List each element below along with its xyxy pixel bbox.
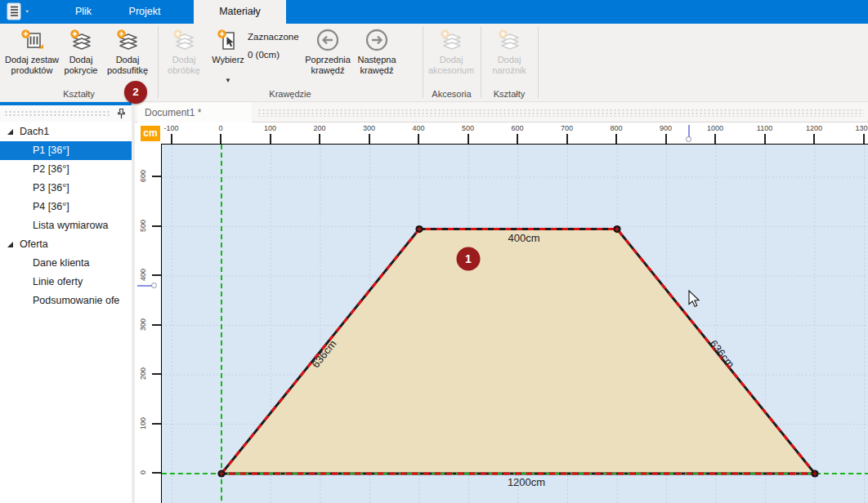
ruler-tick — [517, 134, 518, 144]
pin-icon[interactable] — [116, 108, 127, 120]
button-label: Następna krawędź — [352, 55, 401, 75]
ruler-tick — [152, 274, 161, 276]
ruler-tick-label: 0 — [206, 124, 235, 132]
group-label-ksztalty-2: Kształty — [481, 87, 538, 100]
vertex-handle[interactable] — [415, 225, 423, 233]
tree-item[interactable]: Dach1 — [0, 122, 132, 141]
ruler-tick — [714, 134, 716, 144]
tree-item-label: Dach1 — [20, 122, 49, 141]
button-label: Wybierz — [209, 55, 247, 65]
ruler-cursor-indicator — [137, 285, 152, 287]
horizontal-ruler: -100010020030040050060070080090010001100… — [161, 123, 868, 144]
tree-item[interactable]: Oferta — [0, 235, 132, 254]
ruler-cursor-indicator — [151, 283, 157, 288]
ruler-tick-label: 100 — [256, 124, 285, 132]
tree-item[interactable]: Lista wymiarowa — [0, 216, 132, 235]
button-label: Dodaj obróbkę — [160, 55, 208, 75]
ruler-tick — [152, 472, 161, 474]
add-corner-button: Dodaj narożnik — [484, 26, 535, 87]
tree-item-label: Linie oferty — [33, 273, 83, 292]
app-menu-button[interactable] — [6, 2, 34, 21]
previous-edge-button[interactable]: Poprzednia krawędź — [303, 26, 352, 87]
ruler-tick-label: 700 — [553, 124, 582, 132]
tree-item[interactable]: Linie oferty — [0, 273, 132, 292]
sheets-icon — [497, 28, 521, 52]
tree-item[interactable]: P4 [36°] — [0, 198, 132, 216]
tree-item[interactable]: Podsumowanie ofe — [0, 292, 132, 310]
tree-expand-icon[interactable] — [7, 242, 13, 247]
ruler-tick — [270, 134, 271, 144]
ruler-tick-label: 500 — [454, 124, 483, 132]
ruler-tick — [319, 134, 320, 144]
vertical-ruler: 0100200300400500600 — [135, 144, 161, 503]
tree-item-label: P2 [36°] — [33, 160, 69, 179]
tree-item-label: P1 [36°] — [33, 141, 69, 160]
ruler-tick — [220, 134, 221, 144]
ruler-tick-label: -100 — [161, 124, 186, 132]
ruler-tick-label: 200 — [305, 124, 334, 132]
drawing-canvas[interactable]: 400cm1200cm636cm636cm1 — [161, 144, 868, 503]
sheets-icon — [115, 28, 140, 52]
title-bar: Plik Projekt Materiały — [0, 0, 868, 24]
button-label: Dodaj pokrycie — [63, 55, 99, 75]
tree-item-label: Lista wymiarowa — [33, 216, 108, 235]
tree-item[interactable]: Dane klienta — [0, 254, 132, 273]
ruler-tick-label: 1200 — [799, 124, 829, 132]
ruler-tick — [813, 134, 815, 144]
canvas-svg: 400cm1200cm636cm636cm1 — [162, 145, 868, 503]
button-label: Dodaj zestaw produktów — [2, 55, 62, 75]
ruler-tick — [152, 225, 161, 227]
tab-strip-texture — [257, 109, 864, 117]
add-product-set-button[interactable]: Dodaj zestaw produktów — [2, 26, 62, 87]
ruler-tick-label: 600 — [503, 124, 532, 132]
add-accessory-button: Dodaj akcesorium — [424, 26, 478, 87]
select-button[interactable]: Wybierz ▼ — [209, 26, 247, 87]
tree-expand-icon[interactable] — [7, 129, 13, 135]
ruler-tick — [468, 134, 469, 144]
add-covering-button[interactable]: Dodaj pokrycie — [63, 26, 99, 87]
sidebar-drag-header[interactable] — [0, 105, 132, 122]
dimension-label: 400cm — [508, 232, 539, 244]
button-label: Poprzednia krawędź — [303, 55, 352, 75]
vertex-handle[interactable] — [811, 470, 818, 477]
ruler-tick-label: 400 — [139, 263, 148, 287]
project-tree: Dach1P1 [36°]P2 [36°]P3 [36°]P4 [36°]Lis… — [0, 122, 132, 498]
document-tab[interactable]: Document1 * — [137, 103, 252, 122]
ruler-tick — [566, 134, 568, 144]
add-soffit-button[interactable]: Dodaj podsufitkę — [100, 26, 155, 87]
dimension-label: 1200cm — [508, 476, 545, 488]
ruler-tick — [665, 134, 667, 144]
ruler-tick — [152, 176, 161, 177]
ruler-tick-label: 900 — [651, 124, 681, 132]
tab-materialy[interactable]: Materiały — [194, 0, 286, 24]
app-menu-icon — [6, 2, 34, 21]
ruler-tick-label: 1300 — [849, 124, 868, 132]
tree-item[interactable]: P2 [36°] — [0, 160, 132, 179]
ruler-tick — [863, 134, 865, 144]
button-label: Dodaj narożnik — [484, 55, 535, 75]
vertex-handle[interactable] — [613, 225, 620, 233]
vertex-handle[interactable] — [217, 470, 225, 477]
select-cursor-icon — [216, 28, 240, 52]
document-tab-strip: Document1 * — [135, 102, 868, 122]
ruler-tick-label: 1100 — [750, 124, 780, 132]
ruler-tick-label: 0 — [139, 461, 148, 485]
ruler-tick-label: 500 — [139, 213, 148, 238]
app-window: Plik Projekt Materiały Dodaj zestaw prod… — [0, 0, 868, 503]
ruler-tick — [369, 134, 370, 144]
sheets-icon — [439, 28, 463, 52]
sheets-icon — [69, 28, 93, 52]
tree-item[interactable]: P3 [36°] — [0, 179, 132, 198]
tab-plik[interactable]: Plik — [62, 0, 105, 24]
tree-item[interactable]: P1 [36°] — [0, 141, 132, 160]
selected-count: 0 (0cm) — [248, 50, 280, 60]
tab-projekt[interactable]: Projekt — [114, 0, 175, 24]
ruler-tick-label: 300 — [139, 312, 148, 336]
tree-item-label: Dane klienta — [33, 254, 90, 273]
ruler-tick-label: 200 — [139, 362, 148, 386]
ruler-row: cm -100010020030040050060070080090010001… — [135, 123, 868, 144]
ruler-tick — [418, 134, 419, 144]
grip-dots — [4, 110, 110, 118]
next-edge-button[interactable]: Następna krawędź — [352, 26, 401, 87]
group-separator — [538, 26, 539, 98]
